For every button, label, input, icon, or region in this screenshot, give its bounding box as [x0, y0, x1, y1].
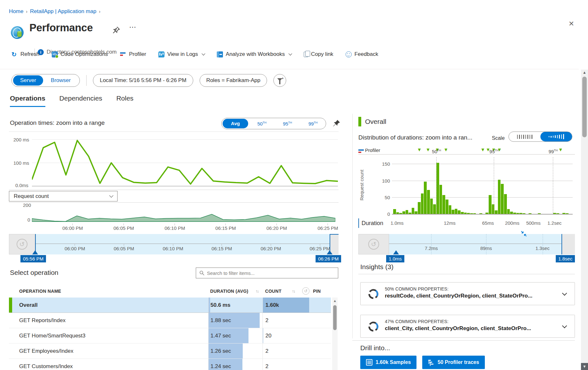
toolbar-refresh[interactable]: ↻Refresh — [11, 51, 40, 57]
percentile-option-avg[interactable]: Avg — [223, 119, 248, 128]
brush-percentile-line — [486, 234, 486, 254]
histogram-bar — [449, 205, 452, 214]
profiler-trace-marker-icon[interactable]: ▼ — [444, 147, 448, 152]
column-duration[interactable]: DURATION (AVG) — [210, 289, 248, 294]
browser-segment[interactable]: Browser — [44, 75, 78, 86]
duration-brush-start-label[interactable]: 1.0ms — [386, 255, 404, 262]
brush-percentile-line — [431, 234, 431, 254]
brush-tick-mark — [320, 244, 320, 246]
toolbar-item-label: View in Logs — [167, 51, 198, 57]
scrollbar-thumb[interactable] — [582, 77, 587, 137]
insight-card[interactable]: 50% COMMON PROPERTIES:resultCode, client… — [360, 282, 575, 305]
column-count[interactable]: COUNT — [265, 289, 281, 294]
server-browser-toggle[interactable]: Server Browser — [11, 74, 80, 87]
pin-chart-icon[interactable] — [333, 119, 340, 127]
scroll-up-icon[interactable]: ▲ — [332, 299, 338, 303]
tab-roles[interactable]: Roles — [116, 94, 134, 107]
histogram-bar — [458, 210, 461, 214]
table-row[interactable]: GET Employees/Index1.26 sec2 — [9, 344, 331, 359]
profiler-trace-marker-icon[interactable]: ▼ — [426, 147, 431, 152]
divider — [86, 75, 87, 86]
brush-tick-mark — [222, 244, 222, 246]
brush-start-label[interactable]: 05:56 PM — [20, 255, 46, 262]
log-scale-button[interactable] — [540, 132, 572, 141]
time-axis-tick: 06:20 PM — [266, 225, 287, 231]
table-row[interactable]: Overall50.6 ms1.60k — [9, 298, 331, 313]
pin-icon[interactable] — [112, 26, 120, 34]
toolbar-view-in-logs[interactable]: View in Logs — [158, 51, 205, 57]
percentile-option-95[interactable]: 95TH — [275, 121, 300, 126]
table-row[interactable]: GET Home/SmartRequest31.47 sec20 — [9, 328, 331, 344]
scroll-up-icon[interactable]: ▲ — [581, 70, 588, 75]
tab-dependencies[interactable]: Dependencies — [59, 94, 102, 107]
chevron-down-icon[interactable] — [562, 323, 567, 328]
request-count-area-chart[interactable] — [32, 204, 335, 222]
duration-brush-start-handle[interactable] — [393, 250, 399, 254]
histogram-bar — [415, 211, 417, 214]
percentile-label: 95TH — [489, 149, 499, 154]
duration-brush-end-label[interactable]: 1.8sec — [556, 255, 575, 262]
breadcrumb-application-map[interactable]: RetailApp | Application map — [30, 8, 96, 15]
reset-zoom-button[interactable]: ↺ — [9, 234, 35, 254]
overall-legend: Overall — [358, 117, 386, 126]
scrollbar-thumb[interactable] — [333, 305, 337, 330]
profiler-traces-button[interactable]: 50 Profiler traces — [422, 356, 485, 369]
profiler-trace-marker-icon[interactable]: ▼ — [417, 147, 422, 152]
scroll-down-icon[interactable]: ▼ — [581, 363, 588, 370]
drill-buttons: 1.60k Samples50 Profiler traces — [360, 356, 485, 369]
table-row[interactable]: GET Reports/Index1.88 sec2 — [9, 313, 331, 328]
brush-time-tick: 06:15 PM — [211, 246, 232, 251]
tab-operations[interactable]: Operations — [10, 94, 45, 107]
local-time-filter-pill[interactable]: Local Time: 5/16 5:56 PM - 6:26 PM — [93, 74, 193, 87]
toolbar-profiler[interactable]: Profiler — [120, 51, 146, 57]
linear-scale-button[interactable] — [509, 132, 540, 141]
search-box[interactable] — [196, 268, 338, 278]
percentile-option-99[interactable]: 99TH — [300, 121, 326, 126]
samples-button[interactable]: 1.60k Samples — [360, 356, 416, 369]
duration-histogram[interactable]: 50TH95TH99TH — [392, 156, 573, 215]
metric-dropdown[interactable]: Request count — [9, 191, 118, 201]
operation-name-cell: Overall — [19, 302, 38, 308]
roles-filter-pill[interactable]: Roles = Fabrikam-App — [200, 74, 267, 87]
collapse-icon[interactable] — [521, 230, 527, 237]
sort-duration-icon[interactable]: ↑↓ — [256, 289, 258, 293]
percentile-line: 50TH — [436, 157, 437, 215]
operation-times-line-chart[interactable] — [32, 136, 338, 189]
more-options-icon[interactable]: ⋯ — [129, 23, 137, 31]
brush-start-handle[interactable] — [32, 250, 38, 254]
page-scrollbar[interactable]: ▲ ▼ — [581, 70, 588, 370]
reset-duration-zoom-button[interactable]: ↺ — [358, 234, 389, 254]
profiler-trace-marker-icon[interactable]: ▼ — [480, 147, 485, 152]
profiler-trace-marker-icon[interactable]: ▼ — [558, 147, 563, 152]
brush-end-label[interactable]: 06:26 PM — [316, 255, 341, 262]
count-cell: 1.60k — [263, 298, 309, 313]
breadcrumb-home[interactable]: Home — [9, 8, 23, 15]
toolbar-feedback[interactable]: Feedback — [346, 51, 378, 57]
toolbar-item-label: Code Optimizations — [61, 51, 108, 57]
duration-tick: 200ms — [505, 220, 519, 226]
brush-tick-mark — [75, 244, 75, 246]
add-filter-button[interactable]: + — [273, 74, 286, 87]
table-row[interactable]: GET Customers/Index1.24 sec2 — [9, 359, 331, 370]
brush-end-handle[interactable] — [327, 250, 332, 254]
toolbar-analyze-with-workbooks[interactable]: Analyze with Workbooks — [217, 51, 292, 57]
brush-unselected-region[interactable] — [561, 234, 575, 254]
close-icon[interactable]: × — [566, 19, 577, 29]
chevron-down-icon[interactable] — [562, 291, 567, 296]
unpin-all-icon[interactable]: ↺ — [302, 287, 309, 295]
column-operation-name[interactable]: OPERATION NAME — [19, 289, 61, 294]
toolbar-code-optimizations[interactable]: </>Code Optimizations — [52, 51, 108, 57]
server-segment[interactable]: Server — [13, 75, 43, 86]
view-in-logs-icon — [158, 51, 164, 57]
search-input[interactable] — [207, 270, 335, 276]
toolbar-copy-link[interactable]: Copy link — [304, 51, 333, 57]
avg-duration-series — [32, 140, 338, 184]
table-scrollbar[interactable]: ▲ — [332, 298, 338, 370]
histogram-bar — [479, 213, 482, 214]
duration-range-brush[interactable]: 7.2ms89ms1.3sec — [389, 234, 561, 254]
time-range-brush[interactable]: 06:00 PM06:05 PM06:10 PM06:15 PM06:20 PM… — [35, 234, 330, 254]
percentile-option-50[interactable]: 50TH — [249, 121, 275, 126]
insight-card[interactable]: 47% COMMON PROPERTIES:client_City, clien… — [360, 315, 575, 338]
sort-count-icon[interactable]: ↑↓ — [292, 289, 295, 293]
duration-value: 1.26 sec — [210, 348, 231, 354]
